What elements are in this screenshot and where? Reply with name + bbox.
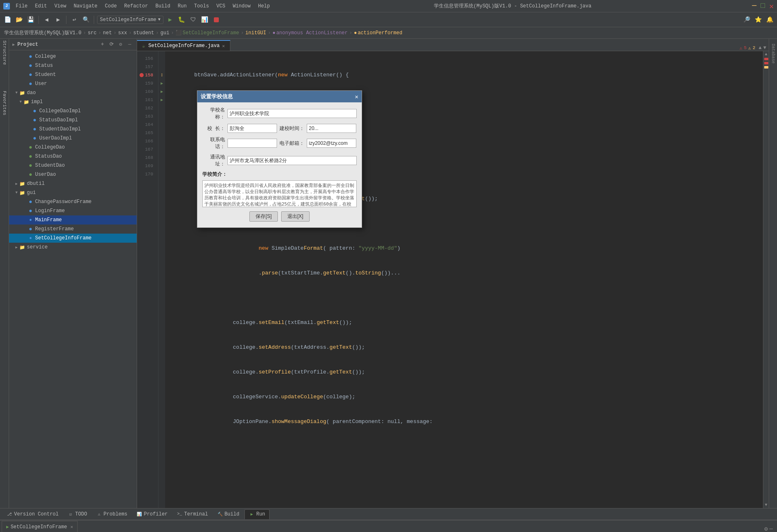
back-button[interactable]: ◀	[42, 15, 52, 25]
tree-item-student-dao[interactable]: ● StudentDao	[9, 161, 137, 170]
open-button[interactable]: 📂	[14, 15, 24, 25]
president-input[interactable]	[227, 124, 277, 133]
menu-help[interactable]: Help	[255, 2, 273, 10]
tree-item-college-dao[interactable]: ● CollegeDao	[9, 143, 137, 152]
run-profile-button[interactable]: 📊	[200, 15, 210, 25]
panel-sync-button[interactable]: ⟳	[108, 41, 115, 48]
school-name-input[interactable]	[227, 109, 357, 118]
run-tab-active[interactable]: ▶ SetCollegeInfoFrame ✕	[2, 521, 78, 532]
save-dialog-button[interactable]: 保存[S]	[249, 211, 278, 222]
panel-settings-button[interactable]: ⚙	[117, 41, 124, 48]
menu-run[interactable]: Run	[174, 2, 190, 10]
breadcrumb-anon[interactable]: ●anonymous ActionListener	[272, 30, 348, 36]
tab-build[interactable]: 🔨 Build	[213, 509, 244, 519]
start-date-input[interactable]	[307, 124, 356, 133]
menu-vcs[interactable]: VCS	[213, 2, 229, 10]
settings-button[interactable]: ⭐	[753, 15, 763, 25]
run-coverage-button[interactable]: 🛡	[188, 15, 198, 25]
scroll-down-icon[interactable]: ▼	[763, 45, 766, 51]
tab-run[interactable]: ▶ Run	[244, 509, 270, 519]
breadcrumb-action-performed[interactable]: ●actionPerformed	[354, 30, 402, 36]
breadcrumb-gui[interactable]: gui	[160, 30, 169, 36]
breadcrumb-student[interactable]: student	[133, 30, 154, 36]
close-dialog-button[interactable]: 退出[X]	[281, 211, 310, 222]
tree-item-college[interactable]: ● College	[9, 52, 137, 61]
menu-code[interactable]: Code	[102, 2, 120, 10]
tree-item-change-password[interactable]: ● ChangePasswordFrame	[9, 197, 137, 206]
email-input[interactable]	[307, 139, 356, 148]
tree-item-dao[interactable]: ▼ 📁 dao	[9, 88, 137, 97]
close-button[interactable]: ✕	[769, 2, 774, 11]
tree-item-student-dao-impl[interactable]: ● StudentDaoImpl	[9, 125, 137, 134]
panel-minimize-button[interactable]: ─	[126, 41, 133, 48]
panel-add-button[interactable]: +	[99, 41, 106, 48]
window-controls[interactable]: ─ □ ✕	[752, 2, 774, 11]
tree-item-dbutil[interactable]: ▶ 📁 dbutil	[9, 179, 137, 188]
editor-tab-set-college[interactable]: ☕ SetCollegeInfoFrame.java ✕	[137, 40, 230, 51]
tree-item-register-frame[interactable]: ● RegisterFrame	[9, 225, 137, 234]
tree-item-main-frame[interactable]: ● MainFrame	[9, 215, 137, 225]
scroll-up-icon[interactable]: ▲	[759, 45, 762, 51]
menu-file[interactable]: File	[12, 2, 31, 10]
maximize-button[interactable]: □	[760, 2, 765, 11]
menu-tools[interactable]: Tools	[191, 2, 212, 10]
tab-problems[interactable]: ⚠ Problems	[92, 509, 132, 519]
debug-button[interactable]: 🐛	[177, 15, 187, 25]
breadcrumb-class[interactable]: ⬛SetCollegeInfoFrame	[175, 30, 239, 36]
code-area[interactable]: 156 157 158 159 160 161 162 163 164 165 …	[137, 51, 769, 508]
run-config-dropdown[interactable]: SetCollegeInfoFrame ▼	[97, 16, 163, 24]
breadcrumb-src[interactable]: src	[88, 30, 97, 36]
tree-item-student[interactable]: ● Student	[9, 70, 137, 79]
dialog-close-button[interactable]: ✕	[355, 93, 358, 100]
tab-version-control[interactable]: ⎇ Version Control	[2, 509, 63, 519]
favorites-vtab[interactable]: Favorites	[0, 91, 9, 116]
stop-button[interactable]	[211, 15, 221, 25]
menu-navigate[interactable]: Navigate	[70, 2, 101, 10]
breadcrumb-sxx[interactable]: sxx	[118, 30, 127, 36]
profile-textarea[interactable]: 泸州职业技术学院是经四川省人民政府批准，国家教育部备案的一所全日制公办普通高等学…	[202, 180, 357, 207]
tree-item-status-dao[interactable]: ● StatusDao	[9, 152, 137, 161]
tree-item-status[interactable]: ● Status	[9, 61, 137, 70]
tab-todo[interactable]: ☑ TODO	[64, 509, 91, 519]
menu-refactor[interactable]: Refactor	[121, 2, 152, 10]
tree-item-user[interactable]: ● User	[9, 79, 137, 88]
breadcrumb-net[interactable]: net	[103, 30, 112, 36]
tree-item-user-dao-impl[interactable]: ● UserDaoImpl	[9, 134, 137, 143]
settings-run-icon[interactable]: ⚙	[764, 525, 768, 532]
structure-vtab[interactable]: Structure	[0, 40, 9, 65]
update-button[interactable]: 🔔	[765, 15, 775, 25]
menu-edit[interactable]: Edit	[32, 2, 50, 10]
new-file-button[interactable]: 📄	[2, 15, 12, 25]
undo-button[interactable]: ↩	[69, 15, 79, 25]
search-button[interactable]: 🔍	[81, 15, 91, 25]
forward-button[interactable]: ▶	[53, 15, 63, 25]
tree-item-service[interactable]: ▶ 📁 service	[9, 243, 137, 252]
phone-input[interactable]	[227, 139, 277, 148]
breadcrumb-root[interactable]: 学生信息管理系统(MySQL)版V1.0	[4, 29, 81, 36]
tree-item-college-dao-impl[interactable]: ● CollegeDaoImpl	[9, 106, 137, 116]
tree-item-status-dao-impl[interactable]: ● StatusDaoImpl	[9, 116, 137, 125]
tree-item-impl[interactable]: ▼ 📁 impl	[9, 97, 137, 106]
menu-view[interactable]: View	[51, 2, 70, 10]
tab-profiler[interactable]: 📊 Profiler	[132, 509, 172, 519]
run-build-button[interactable]: ▶	[165, 15, 175, 25]
tree-item-gui[interactable]: ▼ 📁 gui	[9, 188, 137, 197]
minimize-button[interactable]: ─	[752, 2, 757, 11]
tree-item-set-college[interactable]: ● SetCollegeInfoFrame	[9, 234, 137, 243]
menu-bar[interactable]: File Edit View Navigate Code Refactor Bu…	[12, 2, 273, 10]
save-button[interactable]: 💾	[26, 15, 36, 25]
address-input[interactable]	[227, 156, 357, 165]
tab-close-button[interactable]: ✕	[222, 43, 225, 49]
tree-item-user-dao[interactable]: ● UserDao	[9, 170, 137, 179]
database-vtab[interactable]: Database	[771, 40, 775, 67]
tab-terminal[interactable]: >_ Terminal	[173, 509, 212, 519]
breadcrumb-init-gui[interactable]: initGUI	[245, 30, 266, 36]
menu-build[interactable]: Build	[152, 2, 173, 10]
dialog-title-bar[interactable]: 设置学校信息 ✕	[197, 91, 362, 102]
menu-window[interactable]: Window	[230, 2, 254, 10]
set-college-dialog[interactable]: 设置学校信息 ✕ 学校名称： 校 长： 建校时间：	[197, 90, 362, 228]
tree-item-login-frame[interactable]: ● LoginFrame	[9, 206, 137, 215]
minimize-run-icon[interactable]: ─	[770, 526, 773, 532]
search-everywhere-button[interactable]: 🔎	[741, 15, 751, 25]
run-tab-close[interactable]: ✕	[70, 524, 73, 530]
